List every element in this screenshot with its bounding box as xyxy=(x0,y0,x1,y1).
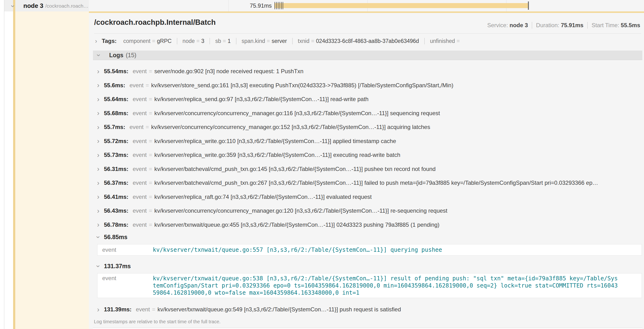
log-row[interactable]: › 56.78ms: event = kv/kvserver/txnwait/q… xyxy=(93,218,642,232)
equals-sign: = xyxy=(265,38,272,44)
chevron-right-icon: › xyxy=(96,138,100,144)
log-message: kv/kvserver/replica_write.go:110 [n3,s3,… xyxy=(154,138,396,144)
log-field-key: event xyxy=(133,68,147,74)
log-marker-tick xyxy=(283,2,283,9)
log-message: kv/kvserver/concurrency/concurrency_mana… xyxy=(154,208,447,214)
log-marker-tick xyxy=(276,2,277,9)
log-row[interactable]: › 55.73ms: event = kv/kvserver/replica_w… xyxy=(93,148,642,162)
equals-sign: = xyxy=(309,38,316,44)
chevron-down-icon: › xyxy=(95,264,102,268)
log-timestamp: 56.43ms: xyxy=(104,208,128,214)
log-row[interactable]: › 55.6ms: event = kv/kvserver/store_send… xyxy=(93,78,642,92)
equals-sign: = xyxy=(149,110,152,116)
tag-key: node xyxy=(182,38,195,44)
tag-key: span.kind xyxy=(242,38,265,44)
log-message: kv/kvserver/batcheval/cmd_push_txn.go:14… xyxy=(154,166,436,172)
span-duration-label: 75.91ms xyxy=(214,2,272,9)
span-name-cell[interactable]: › node 3 /cockroach.roach… xyxy=(4,0,89,12)
log-row[interactable]: › 55.72ms: event = kv/kvserver/replica_w… xyxy=(93,134,642,148)
tag-item: sb=1 xyxy=(210,38,236,44)
tag-value: 3 xyxy=(201,38,204,44)
logs-accordion-header[interactable]: › Logs (15) xyxy=(93,50,642,60)
chevron-right-icon: › xyxy=(96,306,100,313)
equals-sign: = xyxy=(146,82,149,89)
log-marker-tick xyxy=(274,2,275,9)
logs-title: Logs xyxy=(109,52,124,59)
log-field-key: event xyxy=(133,208,147,214)
log-row[interactable]: › 55.68ms: event = kv/kvserver/concurren… xyxy=(93,106,642,120)
log-timestamp: 56.78ms: xyxy=(104,222,128,228)
chevron-right-icon: › xyxy=(96,110,100,116)
equals-sign: = xyxy=(149,68,152,74)
log-row[interactable]: › 55.54ms: event = server/node.go:902 [n… xyxy=(93,64,642,78)
log-field-key: event xyxy=(133,180,147,186)
log-message: kv/kvserver/txnwait/queue.go:455 [n3,s3,… xyxy=(154,222,439,228)
span-color-bar xyxy=(13,0,15,329)
chevron-right-icon: › xyxy=(96,96,100,103)
log-row-expanded-header[interactable]: › 56.85ms xyxy=(93,232,642,242)
tag-item: component=gRPC xyxy=(118,38,177,44)
log-row[interactable]: › 56.43ms: event = kv/kvserver/concurren… xyxy=(93,204,642,218)
log-field-key: event xyxy=(133,138,147,144)
log-field-key: event xyxy=(136,306,150,313)
chevron-right-icon: › xyxy=(96,68,100,75)
log-message: kv/kvserver/replica_raft.go:74 [n3,s3,r6… xyxy=(154,194,372,200)
log-timestamp: 55.7ms: xyxy=(104,124,125,130)
log-row[interactable]: › 56.37ms: event = kv/kvserver/batcheval… xyxy=(93,176,642,190)
equals-sign: = xyxy=(149,208,152,214)
log-marker-tick xyxy=(280,2,280,9)
span-duration-bar[interactable] xyxy=(274,3,529,8)
panel-bottom-strip xyxy=(93,328,642,329)
log-message: kv/kvserver/replica_write.go:359 [n3,s3,… xyxy=(154,152,400,158)
log-timestamp: 55.73ms: xyxy=(104,152,128,158)
logs-count: (15) xyxy=(126,52,136,59)
log-timestamp: 55.68ms: xyxy=(104,110,128,116)
tag-key: sb xyxy=(215,38,221,44)
tags-toggle-label: Tags: xyxy=(102,38,116,44)
start-time-value: 55.5ms xyxy=(621,22,640,28)
tag-item: span.kind=server xyxy=(236,38,293,44)
log-row[interactable]: › 56.41ms: event = kv/kvserver/replica_r… xyxy=(93,190,642,204)
service-label: Service: xyxy=(487,22,508,28)
logs-footer-note: Log timestamps are relative to the start… xyxy=(94,319,642,324)
log-field-key: event xyxy=(130,124,144,130)
chevron-down-icon: › xyxy=(95,234,102,239)
log-field-key: event xyxy=(102,246,153,253)
log-row[interactable]: › 55.7ms: event = kv/kvserver/concurrenc… xyxy=(93,120,642,134)
log-timestamp: 55.6ms: xyxy=(104,82,125,89)
span-title: /cockroach.roachpb.Internal/Batch xyxy=(94,18,216,27)
duration-summary: Duration: 75.91ms xyxy=(532,22,587,28)
log-field-key: event xyxy=(133,110,147,116)
log-row[interactable]: › 55.64ms: event = kv/kvserver/replica_s… xyxy=(93,92,642,106)
tag-value: 024d3323-6c8f-4863-aa8b-37ab0e63496d xyxy=(316,38,419,44)
start-time-label: Start Time: xyxy=(592,22,619,28)
log-message: server/node.go:902 [n3] node received re… xyxy=(154,68,304,74)
log-timestamp: 56.85ms xyxy=(104,234,128,240)
chevron-right-icon: › xyxy=(96,166,100,172)
log-message: kv/kvserver/store_send.go:161 [n3,s3] ex… xyxy=(151,82,453,89)
service-summary: Service: node 3 xyxy=(483,22,532,28)
collapse-span-chevron-down-icon[interactable]: › xyxy=(10,4,16,8)
log-field-value: kv/kvserver/txnwait/queue.go:538 [n3,s3,… xyxy=(153,275,621,296)
log-row[interactable]: › 131.39ms: event = kv/kvserver/txnwait/… xyxy=(93,302,642,316)
log-row[interactable]: › 56.31ms: event = kv/kvserver/batcheval… xyxy=(93,162,642,176)
log-field-key: event xyxy=(133,96,147,102)
log-timestamp: 56.41ms: xyxy=(104,194,128,200)
span-detail-panel: /cockroach.roachpb.Internal/Batch Servic… xyxy=(89,12,644,329)
log-event-detail: event kv/kvserver/txnwait/queue.go:557 [… xyxy=(97,244,642,256)
tags-accordion[interactable]: › Tags: component=gRPC node=3 sb=1 span.… xyxy=(94,36,641,46)
log-timestamp: 55.54ms: xyxy=(104,68,128,74)
equals-sign: = xyxy=(149,222,152,228)
log-field-key: event xyxy=(133,194,147,200)
chevron-right-icon: › xyxy=(96,193,100,200)
log-timestamp: 55.64ms: xyxy=(104,96,128,102)
log-timestamp: 55.72ms: xyxy=(104,138,128,144)
log-row-expanded-header[interactable]: › 131.37ms xyxy=(93,261,642,271)
equals-sign: = xyxy=(149,166,152,172)
tag-value: 1 xyxy=(228,38,231,44)
log-field-key: event xyxy=(130,82,144,89)
log-field-key: event xyxy=(133,222,147,228)
equals-sign: = xyxy=(149,194,152,200)
equals-sign: = xyxy=(152,306,156,313)
tag-key: unfinished xyxy=(430,38,455,44)
